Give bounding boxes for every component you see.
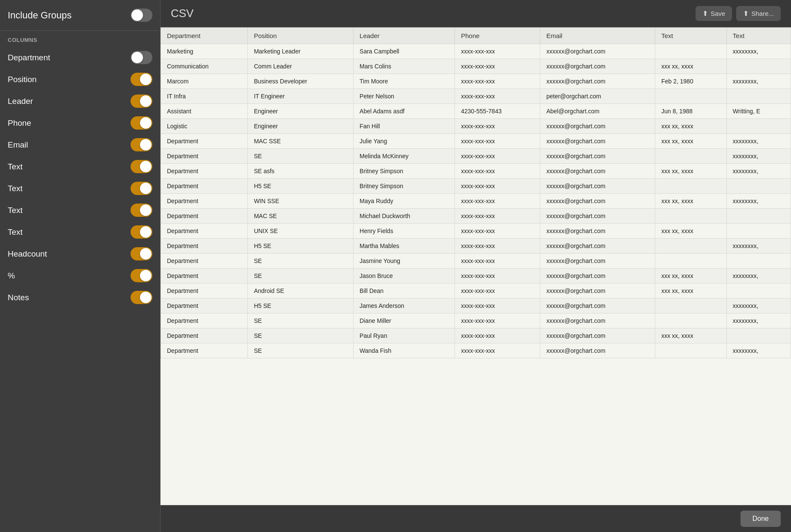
- table-header-cell: Email: [540, 28, 655, 44]
- column-item-label: Text: [8, 184, 23, 193]
- table-cell: [655, 343, 726, 358]
- table-cell: xxxxxx@orgchart.com: [540, 224, 655, 239]
- table-header-cell: Leader: [354, 28, 455, 44]
- table-cell: xxxx-xxx-xxx: [455, 164, 540, 179]
- save-button[interactable]: ⬆ Save: [696, 6, 732, 21]
- toggle-knob: [140, 74, 152, 85]
- column-toggle[interactable]: [131, 160, 152, 173]
- table-cell: xxxx-xxx-xxx: [455, 209, 540, 224]
- include-groups-toggle[interactable]: [131, 9, 152, 22]
- table-cell: Marketing Leader: [248, 44, 354, 59]
- table-cell: xxxx-xxx-xxx: [455, 59, 540, 74]
- table-cell: xxxxxx@orgchart.com: [540, 74, 655, 89]
- include-groups-label: Include Groups: [8, 10, 71, 21]
- table-cell: James Anderson: [354, 299, 455, 313]
- table-cell: [655, 299, 726, 313]
- table-cell: Abel@orgchart.com: [540, 104, 655, 119]
- table-cell: xxxxxxxx,: [726, 74, 791, 89]
- column-item-label: Notes: [8, 293, 29, 302]
- toggle-knob: [131, 9, 143, 21]
- column-toggle[interactable]: [131, 204, 152, 217]
- table-header-cell: Department: [161, 28, 248, 44]
- column-toggle[interactable]: [131, 95, 152, 108]
- table-cell: Marcom: [161, 74, 248, 89]
- table-cell: Department: [161, 194, 248, 209]
- table-cell: Department: [161, 134, 248, 149]
- column-toggle[interactable]: [131, 225, 152, 239]
- table-cell: xxxxxx@orgchart.com: [540, 284, 655, 299]
- table-cell: H5 SE: [248, 179, 354, 194]
- table-cell: xxxxxxxx,: [726, 313, 791, 328]
- column-toggle[interactable]: [131, 73, 152, 86]
- table-cell: 4230-555-7843: [455, 104, 540, 119]
- table-cell: xxxx-xxx-xxx: [455, 149, 540, 164]
- toggle-knob: [140, 95, 152, 107]
- table-row: DepartmentH5 SEMartha Mablesxxxx-xxx-xxx…: [161, 239, 791, 254]
- table-cell: Department: [161, 149, 248, 164]
- table-cell: SE: [248, 269, 354, 284]
- table-cell: Department: [161, 164, 248, 179]
- table-cell: [726, 59, 791, 74]
- table-cell: Melinda McKinney: [354, 149, 455, 164]
- sidebar: Include Groups COLUMNS DepartmentPositio…: [0, 0, 161, 532]
- table-cell: xxxx-xxx-xxx: [455, 119, 540, 134]
- table-cell: xxxxxx@orgchart.com: [540, 119, 655, 134]
- toggle-knob: [140, 292, 152, 303]
- table-cell: Tim Moore: [354, 74, 455, 89]
- table-cell: xxxxxx@orgchart.com: [540, 209, 655, 224]
- main-footer: Done: [161, 505, 791, 532]
- column-toggle[interactable]: [131, 269, 152, 282]
- table-row: AssistantEngineerAbel Adams asdf4230-555…: [161, 104, 791, 119]
- table-cell: Diane Miller: [354, 313, 455, 328]
- table-cell: xxxx-xxx-xxx: [455, 343, 540, 358]
- share-button[interactable]: ⬆ Share...: [736, 6, 781, 21]
- table-cell: [655, 44, 726, 59]
- table-cell: Jun 8, 1988: [655, 104, 726, 119]
- table-cell: xxxx-xxx-xxx: [455, 284, 540, 299]
- column-item: Leader: [0, 90, 160, 112]
- column-toggle[interactable]: [131, 138, 152, 151]
- table-cell: xxxxxxxx,: [726, 299, 791, 313]
- column-item-label: Text: [8, 162, 23, 171]
- done-button[interactable]: Done: [740, 511, 781, 527]
- column-item: %: [0, 265, 160, 287]
- table-cell: Henry Fields: [354, 224, 455, 239]
- table-cell: xxxxxx@orgchart.com: [540, 44, 655, 59]
- table-cell: [655, 89, 726, 104]
- table-cell: xxxx-xxx-xxx: [455, 299, 540, 313]
- column-item-label: Phone: [8, 118, 31, 128]
- toggle-knob: [140, 161, 152, 172]
- table-cell: [726, 254, 791, 269]
- table-cell: xxxxxx@orgchart.com: [540, 134, 655, 149]
- columns-section-label: COLUMNS: [0, 31, 160, 47]
- table-cell: Jason Bruce: [354, 269, 455, 284]
- table-cell: [655, 313, 726, 328]
- column-item-label: Text: [8, 228, 23, 237]
- table-cell: xxx xx, xxxx: [655, 194, 726, 209]
- table-cell: xxxxxxxx,: [726, 194, 791, 209]
- table-cell: Feb 2, 1980: [655, 74, 726, 89]
- table-row: DepartmentH5 SEJames Andersonxxxx-xxx-xx…: [161, 299, 791, 313]
- column-toggle[interactable]: [131, 116, 152, 130]
- table-cell: Department: [161, 254, 248, 269]
- table-cell: xxx xx, xxxx: [655, 269, 726, 284]
- table-row: DepartmentSEWanda Fishxxxx-xxx-xxxxxxxxx…: [161, 343, 791, 358]
- column-toggle[interactable]: [131, 51, 152, 64]
- table-row: DepartmentUNIX SEHenry Fieldsxxxx-xxx-xx…: [161, 224, 791, 239]
- table-cell: [655, 149, 726, 164]
- column-toggle[interactable]: [131, 291, 152, 304]
- column-toggle[interactable]: [131, 247, 152, 260]
- table-cell: xxxxxxxx,: [726, 164, 791, 179]
- table-cell: xxxx-xxx-xxx: [455, 44, 540, 59]
- table-row: DepartmentH5 SEBritney Simpsonxxxx-xxx-x…: [161, 179, 791, 194]
- table-cell: xxxxxx@orgchart.com: [540, 194, 655, 209]
- table-cell: xxx xx, xxxx: [655, 134, 726, 149]
- share-label: Share...: [751, 10, 774, 17]
- table-cell: Department: [161, 179, 248, 194]
- column-toggle[interactable]: [131, 182, 152, 195]
- table-cell: Engineer: [248, 104, 354, 119]
- table-cell: [655, 209, 726, 224]
- table-cell: xxxxxx@orgchart.com: [540, 59, 655, 74]
- table-row: DepartmentSEDiane Millerxxxx-xxx-xxxxxxx…: [161, 313, 791, 328]
- table-cell: Android SE: [248, 284, 354, 299]
